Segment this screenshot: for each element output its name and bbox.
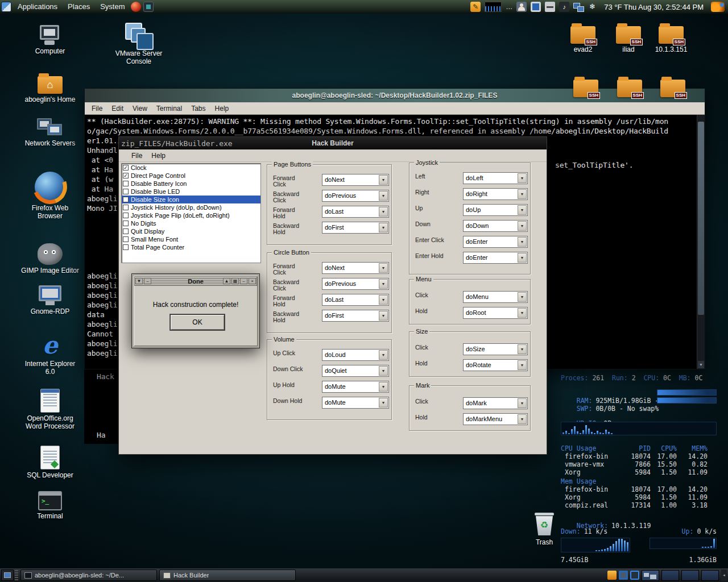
terminal-titlebar[interactable]: aboeglin@aboeglin-sled: ~/Desktop/HackBu… — [85, 89, 705, 102]
hack-builder-titlebar[interactable]: zip_FILES/HackBuilder.exe Hack Builder — [119, 137, 547, 149]
checkbox-unchecked[interactable] — [123, 244, 129, 250]
menu-system[interactable]: System — [95, 0, 130, 14]
workspace-1[interactable] — [642, 570, 659, 581]
minimize-button-icon[interactable]: – — [144, 278, 151, 284]
combo-joystick-enter-hold[interactable]: doEnter▼ — [463, 252, 528, 264]
desktop-icon-firefox[interactable]: Firefox Web Browser — [20, 172, 80, 220]
desktop-icon-sql-developer[interactable]: SQL Developer — [20, 446, 80, 479]
scrollbar-down-arrow-icon[interactable]: ▼ — [698, 361, 704, 368]
combo-dropdown-icon[interactable]: ▼ — [518, 398, 527, 408]
combo-circle-button-forward-hold[interactable]: doLast▼ — [322, 294, 389, 306]
menu-places[interactable]: Places — [63, 0, 95, 14]
combo-dropdown-icon[interactable]: ▼ — [379, 398, 388, 408]
terminal-menu-terminal[interactable]: Terminal — [152, 102, 187, 115]
desktop-icon-network-servers[interactable]: Network Servers — [20, 117, 80, 147]
menu-applications[interactable]: Applications — [13, 0, 63, 14]
display-applet-icon[interactable] — [531, 2, 541, 12]
terminal-menu-tabs[interactable]: Tabs — [187, 102, 210, 115]
workspace-4[interactable] — [701, 570, 719, 581]
desktop-icon-ssh-folder[interactable]: SSH — [617, 80, 642, 97]
checklist-item-joystick-page-flip-doleft-doright[interactable]: Joystick Page Flip (doLeft, doRight) — [122, 211, 260, 219]
combo-dropdown-icon[interactable]: ▼ — [379, 263, 388, 273]
checklist-item-small-menu-font[interactable]: Small Menu Font — [122, 235, 260, 243]
close-button-icon[interactable]: × — [249, 278, 256, 284]
tray-icon[interactable] — [630, 571, 639, 580]
combo-menu-hold[interactable]: doRoot▼ — [463, 307, 528, 319]
workspace-3[interactable] — [681, 570, 699, 581]
hack-builder-menu-help[interactable]: Help — [147, 149, 170, 162]
desktop-icon-terminal[interactable]: Terminal — [20, 491, 80, 520]
tray-icon[interactable] — [607, 571, 617, 580]
tasklist-handle[interactable] — [15, 570, 18, 580]
combo-dropdown-icon[interactable]: ▼ — [379, 175, 388, 185]
distributor-logo-icon[interactable] — [1, 2, 11, 12]
ok-button[interactable]: OK — [170, 314, 225, 330]
combo-dropdown-icon[interactable]: ▼ — [518, 344, 527, 354]
combo-size-hold[interactable]: doRotate▼ — [463, 359, 528, 371]
checklist-item-disable-size-icon[interactable]: Disable Size Icon — [122, 196, 260, 203]
combo-dropdown-icon[interactable]: ▼ — [518, 205, 527, 215]
combo-page-buttons-backward-click[interactable]: doPrevious▼ — [322, 190, 389, 202]
volume-applet-icon[interactable]: ♪ — [559, 2, 569, 12]
combo-joystick-left[interactable]: doLeft▼ — [463, 172, 528, 184]
combo-volume-down-hold[interactable]: doMute▼ — [322, 397, 389, 409]
combo-dropdown-icon[interactable]: ▼ — [379, 350, 388, 360]
done-dialog-titlebar[interactable]: ▼ – Done ▲ ▦ – × — [134, 276, 257, 286]
notes-applet-icon[interactable]: ✎ — [470, 2, 481, 12]
desktop-icon-home[interactable]: ⌂ aboeglin's Home — [20, 76, 80, 103]
maximize-button-icon[interactable]: ▦ — [231, 278, 239, 284]
shade-button-icon[interactable]: ▼ — [135, 278, 143, 284]
checklist-item-clock[interactable]: ✓Clock — [122, 164, 260, 172]
printer-applet-icon[interactable] — [545, 2, 555, 12]
overflow-icon[interactable]: … — [506, 2, 512, 12]
combo-dropdown-icon[interactable]: ▼ — [518, 414, 527, 424]
combo-dropdown-icon[interactable]: ▼ — [379, 191, 388, 201]
checkbox-checked[interactable]: ✓ — [123, 173, 129, 178]
terminal-menu-view[interactable]: View — [128, 102, 152, 115]
checklist-item-no-digits[interactable]: No Digits — [122, 219, 260, 227]
combo-dropdown-icon[interactable]: ▼ — [518, 237, 527, 247]
checkbox-unchecked[interactable] — [123, 189, 129, 194]
combo-volume-up-click[interactable]: doLoud▼ — [322, 349, 389, 361]
combo-dropdown-icon[interactable]: ▼ — [379, 311, 388, 321]
checkbox-unchecked[interactable] — [123, 221, 129, 226]
screenshot-launcher-icon[interactable] — [143, 2, 154, 12]
desktop-icon-openoffice-word[interactable]: OpenOffice.org Word Processor — [20, 389, 80, 430]
session-applet-icon[interactable] — [711, 2, 725, 12]
system-monitor-applet-icon[interactable] — [485, 2, 502, 12]
combo-page-buttons-backward-hold[interactable]: doFirst▼ — [322, 222, 389, 234]
desktop-icon-gimp[interactable]: GIMP Image Editor — [20, 243, 80, 275]
combo-joystick-enter-click[interactable]: doEnter▼ — [463, 236, 528, 248]
clock-applet[interactable]: 73 °F Thu Aug 30, 2:52:44 PM — [599, 3, 708, 11]
checklist-item-disable-blue-led[interactable]: Disable Blue LED — [122, 188, 260, 196]
options-checklist[interactable]: ✓Clock✓Direct Page ControlDisable Batter… — [121, 163, 261, 263]
combo-dropdown-icon[interactable]: ▼ — [379, 279, 388, 289]
combo-dropdown-icon[interactable]: ▼ — [379, 366, 388, 376]
desktop-icon-computer[interactable]: Computer — [20, 25, 80, 55]
desktop-icon-internet-explorer[interactable]: e Internet Explorer 6.0 — [20, 333, 80, 376]
combo-dropdown-icon[interactable]: ▼ — [518, 308, 527, 318]
checkbox-unchecked[interactable] — [123, 213, 129, 218]
show-desktop-button[interactable] — [1, 569, 14, 581]
tray-icon[interactable] — [619, 571, 628, 580]
unshade-button-icon[interactable]: ▲ — [223, 278, 230, 284]
combo-dropdown-icon[interactable]: ▼ — [379, 207, 388, 217]
combo-dropdown-icon[interactable]: ▼ — [518, 189, 527, 199]
combo-joystick-down[interactable]: doDown▼ — [463, 220, 528, 232]
combo-page-buttons-forward-click[interactable]: doNext▼ — [322, 174, 389, 186]
taskbar-item-terminal[interactable]: aboeglin@aboeglin-sled: ~/De... — [20, 569, 157, 581]
desktop-icon-vmware[interactable]: VMware Server Console — [109, 23, 168, 65]
terminal-menu-file[interactable]: File — [87, 102, 107, 115]
combo-circle-button-backward-hold[interactable]: doFirst▼ — [322, 310, 389, 322]
combo-dropdown-icon[interactable]: ▼ — [379, 382, 388, 392]
combo-mark-hold[interactable]: doMarkMenu▼ — [463, 413, 528, 425]
desktop-icon-gnome-rdp[interactable]: Gnome-RDP — [20, 285, 80, 315]
combo-circle-button-backward-click[interactable]: doPrevious▼ — [322, 278, 389, 290]
combo-joystick-right[interactable]: doRight▼ — [463, 188, 528, 200]
combo-dropdown-icon[interactable]: ▼ — [518, 360, 527, 370]
workspace-2[interactable] — [661, 570, 679, 581]
hack-builder-menu-file[interactable]: File — [127, 149, 147, 162]
checklist-item-direct-page-control[interactable]: ✓Direct Page Control — [122, 172, 260, 180]
checkbox-unchecked[interactable] — [123, 228, 129, 234]
desktop-icon-ssh-folder[interactable]: SSH — [660, 80, 685, 97]
